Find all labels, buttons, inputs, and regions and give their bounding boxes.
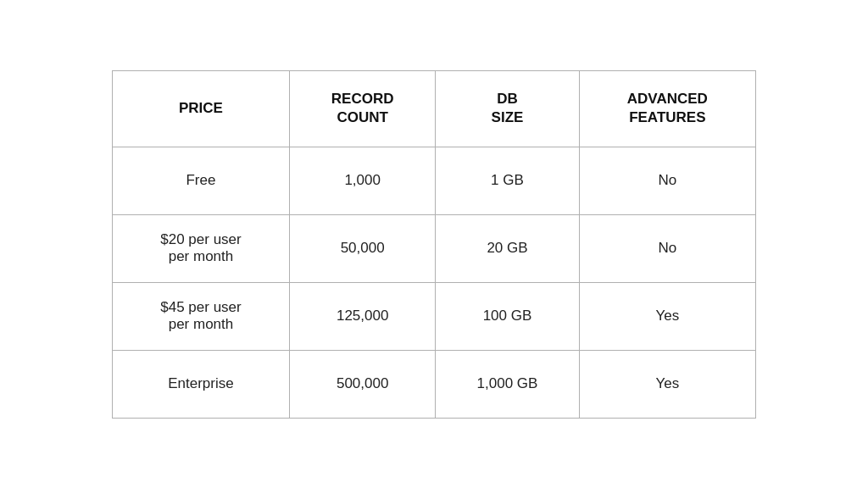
table-cell: 20 GB [436, 214, 579, 282]
table-cell: 1,000 [289, 147, 435, 214]
table-cell: Yes [579, 350, 755, 418]
header-price: PRICE [113, 70, 290, 147]
table-cell: Enterprise [113, 350, 290, 418]
table-header-row: PRICE RECORD COUNT DB SIZE ADVANCED FEAT… [113, 70, 756, 147]
table-cell: 1 GB [436, 147, 579, 214]
table-cell: 1,000 GB [436, 350, 579, 418]
table-row: Free1,0001 GBNo [113, 147, 756, 214]
header-db-size: DB SIZE [436, 70, 579, 147]
table-row: $45 per user per month125,000100 GBYes [113, 282, 756, 350]
header-record-count: RECORD COUNT [289, 70, 435, 147]
pricing-table-wrapper: PRICE RECORD COUNT DB SIZE ADVANCED FEAT… [112, 70, 756, 419]
table-cell: $20 per user per month [113, 214, 290, 282]
table-cell: No [579, 147, 755, 214]
table-row: Enterprise500,0001,000 GBYes [113, 350, 756, 418]
pricing-table: PRICE RECORD COUNT DB SIZE ADVANCED FEAT… [112, 70, 756, 419]
table-cell: No [579, 214, 755, 282]
table-cell: 50,000 [289, 214, 435, 282]
table-cell: $45 per user per month [113, 282, 290, 350]
table-cell: 500,000 [289, 350, 435, 418]
table-body: Free1,0001 GBNo$20 per user per month50,… [113, 147, 756, 418]
table-cell: 125,000 [289, 282, 435, 350]
table-cell: Yes [579, 282, 755, 350]
table-cell: 100 GB [436, 282, 579, 350]
table-row: $20 per user per month50,00020 GBNo [113, 214, 756, 282]
table-cell: Free [113, 147, 290, 214]
header-advanced-features: ADVANCED FEATURES [579, 70, 755, 147]
